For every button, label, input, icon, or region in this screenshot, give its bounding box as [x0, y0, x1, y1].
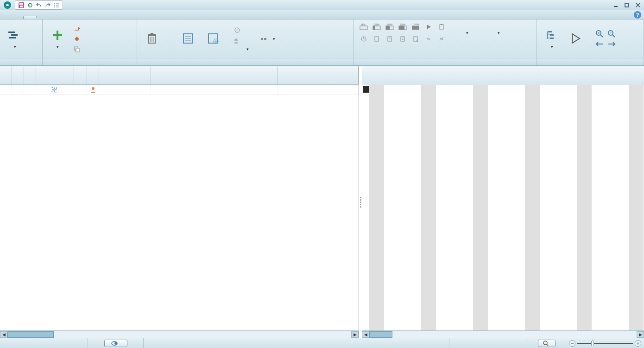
unlink-icon[interactable]	[436, 34, 447, 44]
today-line	[363, 85, 363, 330]
cancelar-reactivar-button[interactable]	[232, 25, 251, 35]
list-icon[interactable]	[52, 1, 61, 9]
refresh-icon[interactable]	[26, 1, 34, 9]
zoom-minus-icon[interactable]: −	[569, 340, 575, 347]
minimize-button[interactable]	[612, 1, 620, 9]
clock-icon[interactable]	[359, 34, 369, 44]
gantt-body[interactable]	[362, 85, 644, 330]
play-icon[interactable]	[423, 22, 434, 32]
undo-icon[interactable]	[35, 1, 43, 9]
detalles-actividad-button[interactable]	[202, 29, 224, 49]
copiar-button[interactable]	[71, 44, 84, 54]
group-label-vista	[0, 58, 42, 65]
pct-50-button[interactable]: 50%	[385, 22, 395, 32]
expand-icon[interactable]	[48, 85, 60, 95]
gantt-task-bar[interactable]	[363, 86, 369, 93]
col-p[interactable]	[0, 66, 12, 84]
dividir-button[interactable]: ▾	[258, 34, 277, 44]
tab-bar: ?	[0, 10, 644, 19]
sustituir-button[interactable]: abac	[232, 36, 251, 45]
milestone-button[interactable]	[71, 34, 84, 44]
svg-rect-23	[151, 33, 153, 34]
tab-recurso[interactable]	[38, 16, 51, 19]
col-r[interactable]	[12, 66, 24, 84]
col-identificador[interactable]	[151, 66, 199, 84]
zoom-plus-icon[interactable]: +	[635, 340, 641, 347]
tab-actividad[interactable]	[23, 16, 37, 19]
maximize-button[interactable]	[623, 1, 631, 9]
scroll-right-icon[interactable]: ▶	[351, 331, 359, 338]
col-sr[interactable]	[60, 66, 74, 84]
tab-visualizacion[interactable]	[66, 16, 79, 19]
gantt-scroll-right-icon[interactable]: ▶	[637, 331, 644, 338]
scroll-left-icon[interactable]: ◀	[0, 331, 7, 338]
pct-25-button[interactable]: 25%	[372, 22, 382, 32]
svg-text:0%: 0%	[361, 24, 366, 26]
doc2-icon[interactable]	[385, 34, 395, 44]
sumario-button[interactable]: ▾	[232, 46, 251, 52]
svg-rect-11	[625, 3, 629, 7]
automatico-button[interactable]	[104, 340, 127, 347]
col-s[interactable]	[48, 66, 60, 84]
zoom-button[interactable]	[538, 340, 556, 347]
zoom-out-icon[interactable]	[607, 30, 616, 39]
table-row[interactable]	[0, 85, 359, 95]
svg-rect-56	[441, 24, 442, 25]
tab-linea-de-tiempo[interactable]	[80, 16, 93, 19]
gantt-scroll-left-icon[interactable]: ◀	[362, 331, 369, 338]
save-icon[interactable]	[17, 1, 25, 9]
help-icon[interactable]: ?	[634, 11, 641, 19]
table-hscroll[interactable]: ◀ ▶	[0, 330, 359, 338]
excluir-actividad-button[interactable]	[141, 29, 163, 49]
group-label-exhibicion	[537, 58, 644, 65]
col-d[interactable]	[24, 66, 36, 84]
clipboard-icon[interactable]	[436, 22, 447, 32]
zoom-slider-thumb[interactable]	[591, 341, 594, 346]
svg-rect-3	[20, 6, 23, 7]
link-icon[interactable]	[423, 34, 434, 44]
zoom-slider[interactable]: − +	[569, 340, 641, 347]
estructura-temas-button[interactable]	[541, 26, 563, 51]
pct-100-button[interactable]: 100%	[410, 22, 421, 32]
doc1-icon[interactable]	[372, 34, 382, 44]
col-a[interactable]	[36, 66, 48, 84]
nav-right-icon[interactable]	[607, 41, 616, 48]
svg-rect-69	[548, 31, 552, 32]
weekend-shade	[577, 85, 592, 330]
pct-75-button[interactable]: 75%	[398, 22, 408, 32]
table-header	[0, 66, 359, 85]
group-label-propiedades	[173, 58, 354, 65]
col-responsable[interactable]	[278, 66, 359, 84]
nav-left-icon[interactable]	[595, 41, 604, 48]
group-label-delete	[137, 58, 173, 65]
col-in[interactable]	[74, 66, 87, 84]
svg-rect-55	[440, 25, 443, 29]
col-edt[interactable]	[111, 66, 151, 84]
close-button[interactable]	[634, 1, 642, 9]
col-n[interactable]	[87, 66, 99, 84]
svg-rect-70	[550, 34, 554, 36]
zoom-in-icon[interactable]	[595, 30, 604, 39]
svg-rect-53	[412, 26, 419, 30]
doc3-icon[interactable]	[398, 34, 408, 44]
gantt-detalhado-button[interactable]	[4, 26, 26, 51]
gantt-hscroll[interactable]: ◀ ▶	[362, 330, 644, 338]
documentacion-button[interactable]	[456, 27, 478, 38]
gantt-pane: ◀ ▶	[362, 66, 644, 338]
tab-formato[interactable]	[94, 16, 107, 19]
pct-0-button[interactable]: 0%	[359, 22, 369, 32]
svg-point-4	[54, 3, 55, 4]
calculo-button[interactable]	[487, 27, 510, 38]
col-i[interactable]	[99, 66, 111, 84]
tab-proyecto[interactable]	[52, 16, 65, 19]
svg-rect-22	[148, 34, 156, 36]
svg-text:50%: 50%	[387, 24, 393, 26]
col-nombre[interactable]	[199, 66, 278, 84]
actividad-resumen-button[interactable]	[71, 24, 84, 33]
svg-text:75%: 75%	[400, 24, 406, 26]
doc4-icon[interactable]	[410, 34, 421, 44]
redo-icon[interactable]	[44, 1, 52, 9]
actividad-button[interactable]	[46, 26, 69, 51]
ir-actividad-button[interactable]	[566, 29, 588, 49]
datos-actividad-button[interactable]	[177, 29, 199, 49]
